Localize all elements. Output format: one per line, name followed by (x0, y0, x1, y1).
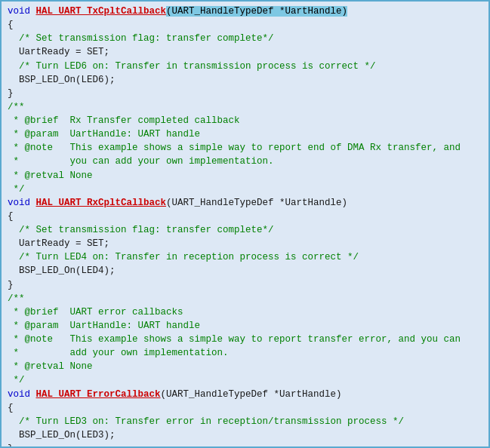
code-line: BSP_LED_On(LED3); (8, 428, 482, 442)
code-line: void HAL_UART_ErrorCallback(UART_HandleT… (8, 388, 482, 401)
function-name-tx: HAL_UART_TxCpltCallback (36, 6, 167, 17)
function-name-err: HAL_UART_ErrorCallback (36, 389, 161, 400)
code-line-comment: /* Turn LED6 on: Transfer in transmissio… (8, 60, 482, 73)
code-line: UartReady = SET; (8, 45, 482, 59)
code-line-comment: * you can add your own implementation. (8, 155, 482, 168)
code-line: UartReady = SET; (8, 237, 482, 250)
code-line-comment: * add your own implementation. (8, 346, 482, 360)
code-line: } (8, 87, 482, 100)
keyword: void (8, 6, 36, 17)
code-line-comment: * @retval None (8, 169, 482, 183)
code-line-comment: */ (8, 373, 482, 387)
code-line-comment: /* Turn LED4 on: Transfer in reception p… (8, 250, 482, 264)
code-line: void HAL_UART_TxCpltCallback(UART_Handle… (8, 5, 482, 18)
code-line-comment: * @note This example shows a simple way … (8, 333, 482, 346)
keyword: void (8, 389, 36, 400)
fn-params: (UART_HandleTypeDef *UartHandle) (161, 389, 342, 400)
param-highlight: (UART_HandleTypeDef *UartHandle) (166, 6, 347, 17)
code-line-comment: * @note This example shows a simple way … (8, 141, 482, 155)
code-line-comment: * @brief Rx Transfer completed callback (8, 114, 482, 127)
code-line-comment: * @param UartHandle: UART handle (8, 319, 482, 333)
function-name-rx: HAL_UART_RxCpltCallback (36, 198, 167, 208)
code-line: { (8, 210, 482, 223)
code-line: } (8, 278, 482, 292)
code-line: BSP_LED_On(LED6); (8, 73, 482, 87)
code-line: } (8, 442, 482, 448)
code-line-comment: /** (8, 100, 482, 114)
code-line: { (8, 18, 482, 32)
code-line-comment: */ (8, 183, 482, 196)
code-line: { (8, 401, 482, 415)
code-line-comment: * @brief UART error callbacks (8, 305, 482, 319)
code-line-comment: /** (8, 292, 482, 305)
code-line-comment: /* Set transmission flag: transfer compl… (8, 32, 482, 45)
code-line: BSP_LED_On(LED4); (8, 264, 482, 278)
code-line-comment: * @param UartHandle: UART handle (8, 127, 482, 141)
code-line: void HAL_UART_RxCpltCallback(UART_Handle… (8, 196, 482, 210)
code-line-comment: /* Turn LED3 on: Transfer error in recep… (8, 415, 482, 428)
code-editor: void HAL_UART_TxCpltCallback(UART_Handle… (0, 0, 490, 448)
keyword: void (8, 198, 36, 208)
fn-params: (UART_HandleTypeDef *UartHandle) (166, 198, 347, 208)
code-line-comment: * @retval None (8, 360, 482, 373)
code-line-comment: /* Set transmission flag: transfer compl… (8, 223, 482, 237)
